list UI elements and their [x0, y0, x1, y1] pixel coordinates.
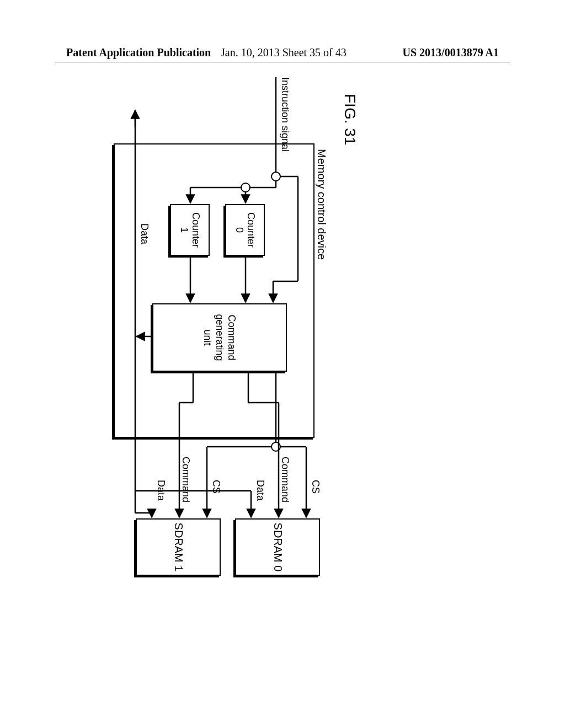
- svg-point-8: [241, 183, 250, 192]
- figure-31: FIG. 31 Memory control device Counter 0 …: [94, 94, 331, 590]
- header-left: Patent Application Publication: [66, 46, 211, 59]
- header-right: US 2013/0013879 A1: [403, 46, 499, 59]
- patent-header: Patent Application Publication Jan. 10, …: [0, 46, 565, 63]
- svg-point-1: [271, 172, 280, 181]
- figure-connectors: [94, 94, 331, 590]
- header-center: Jan. 10, 2013 Sheet 35 of 43: [221, 46, 347, 59]
- header-rule: [55, 62, 510, 62]
- figure-label: FIG. 31: [341, 94, 359, 145]
